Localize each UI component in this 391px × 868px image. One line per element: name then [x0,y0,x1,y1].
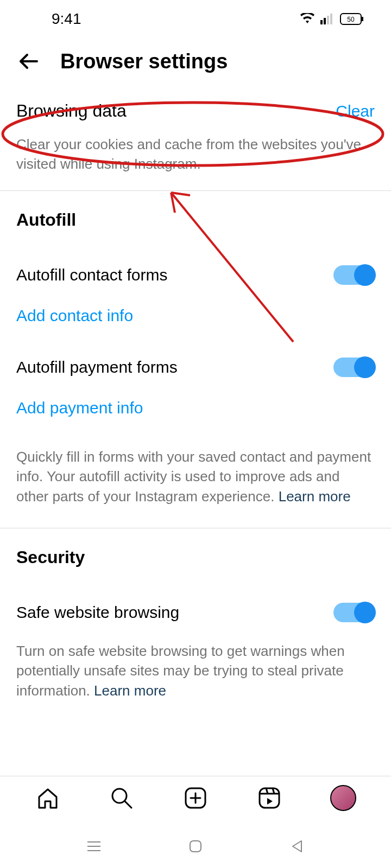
status-icons: 50 [300,13,364,25]
svg-rect-3 [330,14,332,24]
autofill-contact-forms-row[interactable]: Autofill contact forms [0,254,391,296]
autofill-contact-forms-toggle[interactable] [333,265,375,285]
page-title: Browser settings [60,50,228,73]
clear-button[interactable]: Clear [336,102,375,120]
system-menu-icon[interactable] [84,837,104,856]
bottom-nav [0,776,391,819]
create-icon[interactable] [182,785,209,811]
toggle-knob [354,602,376,623]
toggle-knob [354,356,376,378]
add-payment-info-row[interactable]: Add payment info [0,388,391,439]
add-contact-info-link: Add contact info [16,307,133,324]
svg-rect-21 [190,841,201,852]
add-payment-info-link: Add payment info [16,399,143,417]
autofill-payment-forms-row[interactable]: Autofill payment forms [0,347,391,388]
svg-rect-2 [327,16,329,24]
system-nav [0,825,391,868]
svg-text:50: 50 [347,16,355,23]
signal-icon [320,14,335,24]
autofill-payment-forms-label: Autofill payment forms [16,358,178,376]
toggle-knob [354,264,376,286]
svg-rect-14 [260,788,279,808]
add-contact-info-row[interactable]: Add contact info [0,296,391,347]
autofill-learn-more-link[interactable]: Learn more [279,488,351,505]
svg-rect-0 [320,20,323,24]
status-time: 9:41 [52,10,81,28]
autofill-payment-forms-toggle[interactable] [333,358,375,377]
security-title: Security [16,547,375,567]
security-description: Turn on safe website browsing to get war… [0,633,391,722]
header: Browser settings [0,38,391,85]
browsing-data-row: Browsing data Clear [0,85,391,126]
security-section: Security [0,528,391,567]
security-description-text: Turn on safe website browsing to get war… [16,643,345,699]
autofill-section: Autofill [0,191,391,230]
browsing-data-description: Clear your cookies and cache from the we… [0,126,391,190]
system-home-icon[interactable] [186,837,205,856]
wifi-icon [300,13,315,25]
home-icon[interactable] [35,785,61,811]
svg-line-10 [125,801,131,808]
safe-browsing-toggle[interactable] [333,603,375,622]
autofill-description: Quickly fill in forms with your saved co… [0,439,391,528]
status-bar: 9:41 50 [0,0,391,38]
svg-rect-5 [362,17,363,21]
safe-browsing-row[interactable]: Safe website browsing [0,592,391,633]
battery-icon: 50 [340,13,364,25]
safe-browsing-label: Safe website browsing [16,603,179,622]
system-back-icon[interactable] [287,837,307,856]
autofill-title: Autofill [16,210,375,230]
svg-rect-1 [324,18,326,24]
autofill-contact-forms-label: Autofill contact forms [16,266,167,284]
back-arrow-icon[interactable] [16,49,41,74]
profile-avatar[interactable] [330,785,356,811]
reels-icon[interactable] [256,785,282,811]
browsing-data-title: Browsing data [16,101,127,121]
search-icon[interactable] [109,785,135,811]
security-learn-more-link[interactable]: Learn more [94,682,166,699]
